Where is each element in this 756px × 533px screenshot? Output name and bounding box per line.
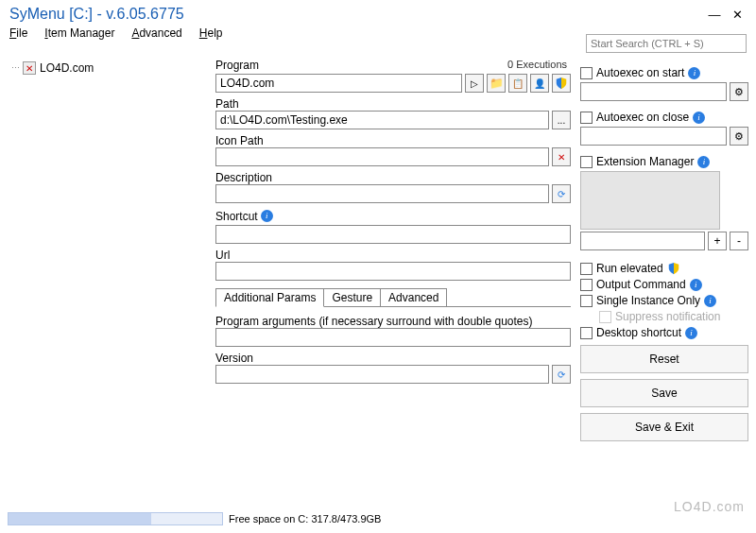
info-icon[interactable]: i [688,67,700,79]
version-label: Version [215,352,571,365]
disk-progress [8,512,223,525]
play-icon[interactable]: ▷ [465,74,484,93]
url-label: Url [215,249,571,262]
folder-icon[interactable]: 📁 [487,74,506,93]
broken-icon: ✕ [23,61,36,75]
info-icon[interactable]: i [685,327,697,339]
desktop-shortcut-label: Desktop shortcut [596,326,681,339]
output-command-checkbox[interactable] [580,279,593,291]
shortcut-input[interactable] [215,225,571,244]
info-icon[interactable]: i [690,279,702,291]
info-icon[interactable]: i [697,156,710,168]
program-input[interactable] [215,74,462,93]
single-instance-checkbox[interactable] [580,295,593,307]
browse-button[interactable]: ... [552,111,571,129]
tab-advanced[interactable]: Advanced [380,288,447,307]
user-icon[interactable]: 👤 [530,74,549,93]
refresh-icon[interactable]: ⟳ [552,184,571,203]
version-input[interactable] [215,365,549,384]
menu-item-manager[interactable]: Item Manager [44,26,114,40]
ext-manager-list[interactable] [580,171,720,230]
info-icon[interactable]: i [261,210,273,222]
suppress-checkbox [599,311,611,323]
icon-path-label: Icon Path [215,134,571,147]
watermark: LO4D.com [674,499,745,514]
path-input[interactable] [215,111,549,129]
options-panel: Autoexec on start i ⚙ Autoexec on close … [580,57,748,507]
executions-count: 0 Executions [507,59,571,70]
autoexec-start-checkbox[interactable] [580,67,593,79]
tab-additional-params[interactable]: Additional Params [215,288,324,307]
args-input[interactable] [215,328,571,347]
window-title: SyMenu [C:] - v.6.05.6775 [9,6,703,23]
ext-manager-checkbox[interactable] [580,156,593,168]
tree-item-label: LO4D.com [40,61,94,75]
tree-panel: ⋯ ✕ LO4D.com [8,57,206,507]
close-button[interactable]: ✕ [726,6,748,23]
status-text: Free space on C: 317.8/473.9GB [229,513,381,524]
run-elevated-label: Run elevated [596,262,663,275]
icon-path-input[interactable] [215,147,549,166]
tree-item[interactable]: ⋯ ✕ LO4D.com [11,60,202,76]
tab-gesture[interactable]: Gesture [323,288,381,307]
autoexec-start-input[interactable] [580,82,727,101]
save-exit-button[interactable]: Save & Exit [580,413,748,441]
icon-broken-icon[interactable]: ✕ [552,147,571,166]
description-input[interactable] [215,184,549,203]
run-elevated-checkbox[interactable] [580,263,593,275]
gear-icon[interactable]: ⚙ [730,127,748,146]
autoexec-start-label: Autoexec on start [596,66,684,79]
description-label: Description [215,171,571,184]
search-input[interactable]: Start Search (CTRL + S) [586,34,747,53]
menu-help[interactable]: Help [199,26,223,40]
info-icon[interactable]: i [693,112,705,124]
gear-icon[interactable]: ⚙ [730,82,748,101]
refresh-version-icon[interactable]: ⟳ [552,365,571,384]
save-button[interactable]: Save [580,379,748,407]
url-input[interactable] [215,262,571,281]
tree-expand-icon: ⋯ [11,63,19,73]
autoexec-close-checkbox[interactable] [580,112,593,124]
autoexec-close-input[interactable] [580,127,727,146]
minimize-button[interactable]: — [703,6,726,23]
info-icon[interactable]: i [704,295,716,307]
suppress-label: Suppress notification [615,310,720,323]
clipboard-icon[interactable]: 📋 [508,74,527,93]
program-label: Program [215,59,259,72]
shield-icon[interactable] [552,74,571,93]
autoexec-close-label: Autoexec on close [596,111,689,124]
menu-file[interactable]: File [9,26,27,40]
menu-advanced[interactable]: Advanced [131,26,181,40]
output-command-label: Output Command [596,278,686,291]
path-label: Path [215,97,571,111]
shortcut-label: Shortcut [215,210,258,223]
form-panel: Program 0 Executions ▷ 📁 📋 👤 Path ... [212,57,575,507]
single-instance-label: Single Instance Only [596,294,700,307]
desktop-shortcut-checkbox[interactable] [580,327,593,339]
reset-button[interactable]: Reset [580,345,748,373]
args-label: Program arguments (if necessary surround… [215,315,571,328]
add-button[interactable]: + [708,232,727,250]
ext-manager-label: Extension Manager [596,155,694,168]
remove-button[interactable]: - [730,232,748,250]
shield-icon [667,262,680,275]
ext-input[interactable] [580,232,705,250]
